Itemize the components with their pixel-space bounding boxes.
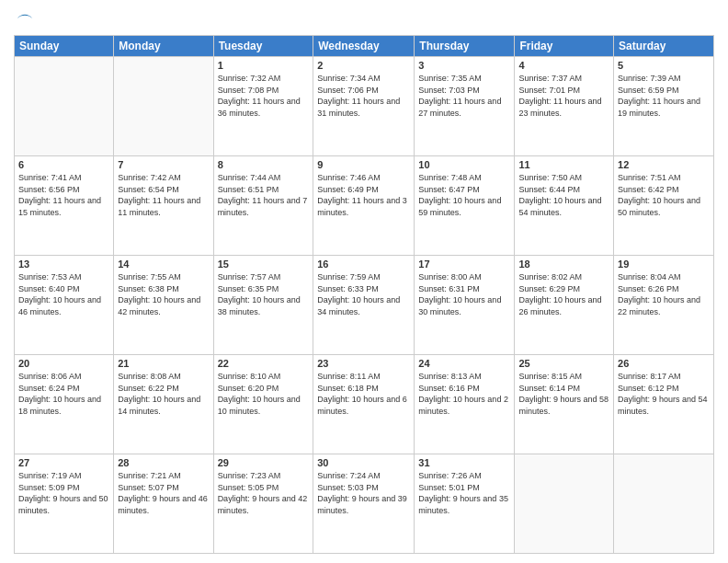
calendar-cell: 9Sunrise: 7:46 AMSunset: 6:49 PMDaylight… xyxy=(313,156,415,256)
calendar-week-row: 20Sunrise: 8:06 AMSunset: 6:24 PMDayligh… xyxy=(15,355,714,454)
calendar-cell xyxy=(614,454,714,554)
day-number: 24 xyxy=(418,358,510,369)
day-number: 11 xyxy=(518,159,609,170)
calendar-cell: 19Sunrise: 8:04 AMSunset: 6:26 PMDayligh… xyxy=(614,256,714,355)
day-info: Sunrise: 7:53 AMSunset: 6:40 PMDaylight:… xyxy=(18,271,109,317)
day-info: Sunrise: 8:04 AMSunset: 6:26 PMDaylight:… xyxy=(618,271,710,317)
calendar-cell: 15Sunrise: 7:57 AMSunset: 6:35 PMDayligh… xyxy=(213,256,313,355)
day-info: Sunrise: 8:13 AMSunset: 6:16 PMDaylight:… xyxy=(418,371,510,417)
day-info: Sunrise: 7:21 AMSunset: 5:07 PMDaylight:… xyxy=(118,470,209,516)
weekday-header-tuesday: Tuesday xyxy=(213,36,313,57)
logo xyxy=(14,9,34,28)
day-number: 29 xyxy=(218,457,310,468)
logo-icon xyxy=(16,9,34,28)
day-number: 10 xyxy=(418,159,510,170)
calendar-cell: 5Sunrise: 7:39 AMSunset: 6:59 PMDaylight… xyxy=(614,57,714,156)
weekday-header-monday: Monday xyxy=(114,36,213,57)
day-info: Sunrise: 7:39 AMSunset: 6:59 PMDaylight:… xyxy=(618,73,710,119)
day-number: 2 xyxy=(317,60,410,71)
day-info: Sunrise: 7:48 AMSunset: 6:47 PMDaylight:… xyxy=(418,172,510,218)
day-number: 17 xyxy=(418,259,510,270)
calendar-cell: 31Sunrise: 7:26 AMSunset: 5:01 PMDayligh… xyxy=(415,454,515,554)
calendar-cell: 8Sunrise: 7:44 AMSunset: 6:51 PMDaylight… xyxy=(213,156,313,256)
day-number: 9 xyxy=(317,159,410,170)
day-info: Sunrise: 7:50 AMSunset: 6:44 PMDaylight:… xyxy=(518,172,609,218)
day-info: Sunrise: 7:24 AMSunset: 5:03 PMDaylight:… xyxy=(317,470,410,516)
calendar-cell: 13Sunrise: 7:53 AMSunset: 6:40 PMDayligh… xyxy=(15,256,114,355)
day-info: Sunrise: 8:02 AMSunset: 6:29 PMDaylight:… xyxy=(518,271,609,317)
day-info: Sunrise: 7:26 AMSunset: 5:01 PMDaylight:… xyxy=(418,470,510,516)
calendar-cell: 25Sunrise: 8:15 AMSunset: 6:14 PMDayligh… xyxy=(515,355,614,454)
day-number: 8 xyxy=(218,159,310,170)
day-number: 5 xyxy=(618,60,710,71)
calendar-cell xyxy=(515,454,614,554)
calendar-week-row: 6Sunrise: 7:41 AMSunset: 6:56 PMDaylight… xyxy=(15,156,714,256)
weekday-header-saturday: Saturday xyxy=(614,36,714,57)
day-info: Sunrise: 8:17 AMSunset: 6:12 PMDaylight:… xyxy=(618,371,710,417)
day-info: Sunrise: 7:59 AMSunset: 6:33 PMDaylight:… xyxy=(317,271,410,317)
day-number: 7 xyxy=(118,159,209,170)
day-number: 15 xyxy=(218,259,310,270)
day-info: Sunrise: 7:19 AMSunset: 5:09 PMDaylight:… xyxy=(18,470,109,516)
day-number: 26 xyxy=(618,358,710,369)
day-number: 28 xyxy=(118,457,209,468)
day-info: Sunrise: 7:44 AMSunset: 6:51 PMDaylight:… xyxy=(218,172,310,218)
day-number: 30 xyxy=(317,457,410,468)
day-info: Sunrise: 7:42 AMSunset: 6:54 PMDaylight:… xyxy=(118,172,209,218)
day-number: 20 xyxy=(18,358,109,369)
day-info: Sunrise: 8:08 AMSunset: 6:22 PMDaylight:… xyxy=(118,371,209,417)
calendar-cell: 21Sunrise: 8:08 AMSunset: 6:22 PMDayligh… xyxy=(114,355,213,454)
day-number: 16 xyxy=(317,259,410,270)
calendar-cell: 22Sunrise: 8:10 AMSunset: 6:20 PMDayligh… xyxy=(213,355,313,454)
day-info: Sunrise: 7:51 AMSunset: 6:42 PMDaylight:… xyxy=(618,172,710,218)
day-number: 19 xyxy=(618,259,710,270)
day-number: 21 xyxy=(118,358,209,369)
calendar-cell: 6Sunrise: 7:41 AMSunset: 6:56 PMDaylight… xyxy=(15,156,114,256)
calendar-table: SundayMondayTuesdayWednesdayThursdayFrid… xyxy=(14,35,714,554)
day-number: 12 xyxy=(618,159,710,170)
weekday-header-thursday: Thursday xyxy=(415,36,515,57)
day-info: Sunrise: 7:35 AMSunset: 7:03 PMDaylight:… xyxy=(418,73,510,119)
day-info: Sunrise: 8:06 AMSunset: 6:24 PMDaylight:… xyxy=(18,371,109,417)
calendar-cell: 14Sunrise: 7:55 AMSunset: 6:38 PMDayligh… xyxy=(114,256,213,355)
calendar-cell: 11Sunrise: 7:50 AMSunset: 6:44 PMDayligh… xyxy=(515,156,614,256)
calendar-cell: 28Sunrise: 7:21 AMSunset: 5:07 PMDayligh… xyxy=(114,454,213,554)
day-info: Sunrise: 7:57 AMSunset: 6:35 PMDaylight:… xyxy=(218,271,310,317)
day-info: Sunrise: 7:41 AMSunset: 6:56 PMDaylight:… xyxy=(18,172,109,218)
day-number: 18 xyxy=(518,259,609,270)
calendar-cell xyxy=(114,57,213,156)
header xyxy=(14,9,714,28)
day-number: 27 xyxy=(18,457,109,468)
weekday-header-sunday: Sunday xyxy=(15,36,114,57)
day-number: 31 xyxy=(418,457,510,468)
calendar-cell xyxy=(15,57,114,156)
day-number: 3 xyxy=(418,60,510,71)
calendar-cell: 17Sunrise: 8:00 AMSunset: 6:31 PMDayligh… xyxy=(415,256,515,355)
calendar-cell: 12Sunrise: 7:51 AMSunset: 6:42 PMDayligh… xyxy=(614,156,714,256)
calendar-cell: 2Sunrise: 7:34 AMSunset: 7:06 PMDaylight… xyxy=(313,57,415,156)
weekday-header-friday: Friday xyxy=(515,36,614,57)
calendar-cell: 30Sunrise: 7:24 AMSunset: 5:03 PMDayligh… xyxy=(313,454,415,554)
calendar-cell: 23Sunrise: 8:11 AMSunset: 6:18 PMDayligh… xyxy=(313,355,415,454)
day-info: Sunrise: 8:00 AMSunset: 6:31 PMDaylight:… xyxy=(418,271,510,317)
calendar-cell: 7Sunrise: 7:42 AMSunset: 6:54 PMDaylight… xyxy=(114,156,213,256)
weekday-header-wednesday: Wednesday xyxy=(313,36,415,57)
calendar-header-row: SundayMondayTuesdayWednesdayThursdayFrid… xyxy=(15,36,714,57)
calendar-cell: 3Sunrise: 7:35 AMSunset: 7:03 PMDaylight… xyxy=(415,57,515,156)
calendar-cell: 29Sunrise: 7:23 AMSunset: 5:05 PMDayligh… xyxy=(213,454,313,554)
day-info: Sunrise: 7:46 AMSunset: 6:49 PMDaylight:… xyxy=(317,172,410,218)
calendar-cell: 18Sunrise: 8:02 AMSunset: 6:29 PMDayligh… xyxy=(515,256,614,355)
calendar-cell: 1Sunrise: 7:32 AMSunset: 7:08 PMDaylight… xyxy=(213,57,313,156)
page: SundayMondayTuesdayWednesdayThursdayFrid… xyxy=(0,0,728,563)
day-number: 6 xyxy=(18,159,109,170)
day-number: 25 xyxy=(518,358,609,369)
calendar-week-row: 1Sunrise: 7:32 AMSunset: 7:08 PMDaylight… xyxy=(15,57,714,156)
day-info: Sunrise: 7:34 AMSunset: 7:06 PMDaylight:… xyxy=(317,73,410,119)
day-info: Sunrise: 8:11 AMSunset: 6:18 PMDaylight:… xyxy=(317,371,410,417)
calendar-cell: 16Sunrise: 7:59 AMSunset: 6:33 PMDayligh… xyxy=(313,256,415,355)
day-number: 23 xyxy=(317,358,410,369)
day-number: 14 xyxy=(118,259,209,270)
calendar-week-row: 27Sunrise: 7:19 AMSunset: 5:09 PMDayligh… xyxy=(15,454,714,554)
calendar-cell: 4Sunrise: 7:37 AMSunset: 7:01 PMDaylight… xyxy=(515,57,614,156)
calendar-cell: 24Sunrise: 8:13 AMSunset: 6:16 PMDayligh… xyxy=(415,355,515,454)
